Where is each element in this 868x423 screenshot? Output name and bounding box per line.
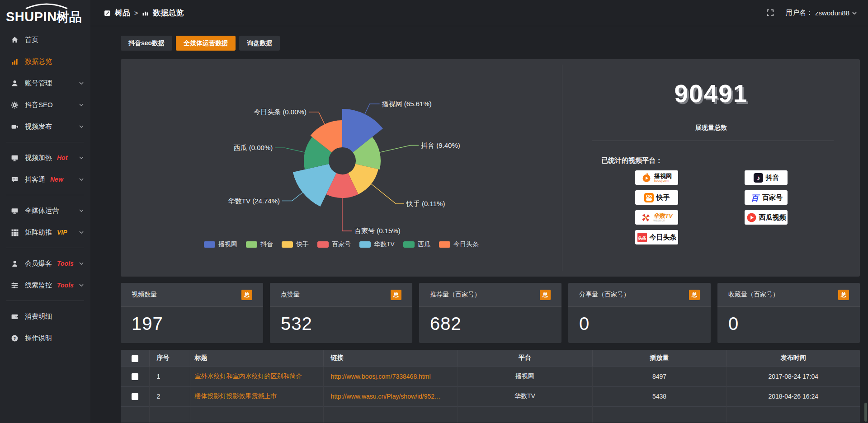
sidebar-item-douketong[interactable]: 抖客通New: [0, 169, 90, 190]
sidebar-item-omnimedia[interactable]: 全媒体运营: [0, 200, 90, 221]
legend-item-5[interactable]: 西瓜: [403, 240, 430, 249]
username-label: 用户名：: [786, 9, 813, 17]
platform-badge-name: 抖音: [766, 174, 779, 181]
cell-title-link[interactable]: 室外水纹灯和室内水纹灯的区别和简介: [195, 372, 302, 380]
legend-label: 西瓜: [418, 240, 430, 249]
stat-card-label: 推荐量（百家号）: [430, 291, 481, 299]
pie-label-0: 播视网 (65.61%): [382, 100, 432, 108]
sidebar-item-consume-detail[interactable]: 消费明细: [0, 306, 90, 327]
platform-badge-name: 西瓜视频: [759, 214, 786, 221]
logo-text-en: SHUPIN: [6, 9, 57, 24]
stat-card-label: 分享量（百家号）: [579, 291, 630, 299]
legend-item-6[interactable]: 今日头条: [439, 240, 479, 249]
sidebar-item-home[interactable]: 首页: [0, 29, 90, 51]
cell-url-link[interactable]: http://www.boosj.com/7338468.html: [331, 373, 431, 380]
sidebar-item-label: 矩阵助推: [25, 228, 52, 237]
sidebar-item-lead-monitor[interactable]: 线索监控Tools: [0, 274, 90, 296]
sidebar-item-matrix-boost[interactable]: 矩阵助推VIP: [0, 221, 90, 243]
table-row: 1室外水纹灯和室内水纹灯的区别和简介http://www.boosj.com/7…: [121, 367, 860, 386]
sidebar-divider: [6, 195, 84, 195]
row-checkbox[interactable]: [132, 373, 138, 380]
home-icon: [11, 36, 19, 44]
baijiahao-logo: 百: [750, 193, 760, 203]
total-badge[interactable]: 总: [689, 290, 700, 300]
col-header-platform: 平台: [458, 350, 592, 367]
legend-item-4[interactable]: 华数TV: [359, 240, 395, 249]
sidebar-item-video-publish[interactable]: 视频发布: [0, 116, 90, 137]
platform-badge-name: 快手: [656, 194, 670, 201]
chevron-down-icon: [79, 208, 84, 213]
pie-label-line-6: [309, 112, 325, 124]
bar-chart-icon: [11, 58, 19, 66]
chart-panel: 播视网 (65.61%)抖音 (9.40%)快手 (0.11%)百家号 (0.1…: [121, 59, 860, 277]
legend-item-0[interactable]: 播视网: [204, 240, 237, 249]
sidebar-item-member-baoke[interactable]: 会员爆客Tools: [0, 253, 90, 274]
tab-inquiry-data[interactable]: 询盘数据: [239, 36, 280, 51]
legend-label: 播视网: [218, 240, 237, 249]
platform-badge-xigua: 西瓜视频: [745, 210, 788, 225]
legend-label: 快手: [296, 240, 309, 249]
brand-logo[interactable]: SHUPIN 树品: [0, 0, 90, 28]
legend-item-2[interactable]: 快手: [282, 240, 309, 249]
legend-item-3[interactable]: 百家号: [317, 240, 351, 249]
total-badge[interactable]: 总: [241, 290, 252, 300]
legend-label: 百家号: [332, 240, 351, 249]
pie-label-line-0: [365, 104, 380, 114]
legend-swatch: [246, 241, 257, 248]
stat-card-like-count: 点赞量总532: [270, 283, 412, 343]
stat-card-share-count: 分享量（百家号）总0: [568, 283, 711, 343]
platform-badge-sub: boosj.com: [654, 179, 669, 182]
user-icon: [11, 80, 19, 87]
sidebar-item-douyin-seo[interactable]: 抖音SEO: [0, 94, 90, 116]
breadcrumb-root[interactable]: 树品: [115, 8, 130, 18]
sidebar-item-label: 首页: [25, 36, 38, 44]
logo-text-cn: 树品: [56, 10, 82, 24]
tab-omnimedia-data[interactable]: 全媒体运营数据: [176, 36, 236, 51]
sidebar-item-label: 视频发布: [25, 122, 52, 131]
sidebar-item-video-heat[interactable]: 视频加热Hot: [0, 147, 90, 169]
table-row: 2楼体投影灯投影效果震撼上市http://www.wasu.cn/Play/sh…: [121, 386, 860, 406]
xigua-logo: [746, 212, 757, 223]
platform-badge-boshiwang: 播视网boosj.com: [635, 170, 678, 185]
sidebar-item-data-overview[interactable]: 数据总览: [0, 51, 90, 72]
cell-time: 2017-08-24 17:04: [726, 367, 860, 386]
sidebar-item-help[interactable]: ?操作说明: [0, 327, 90, 349]
platform-badges-right: ♪♪♪抖音百百家号西瓜视频: [745, 170, 788, 225]
col-header-index: 序号: [149, 350, 190, 367]
total-badge[interactable]: 总: [838, 290, 849, 300]
sidebar-item-tag: Hot: [57, 154, 67, 161]
platform-badges-left: 播视网boosj.com快手华数TVwasu.cn头条今日头条: [635, 170, 678, 244]
platform-badge-baijiahao: 百百家号: [745, 190, 788, 205]
person-icon: [11, 260, 19, 268]
rose-chart: 播视网 (65.61%)抖音 (9.40%)快手 (0.11%)百家号 (0.1…: [121, 59, 562, 277]
scrollbar-thumb[interactable]: [864, 403, 867, 422]
sidebar-item-account-manage[interactable]: 账号管理: [0, 72, 90, 94]
total-impressions-label: 展现量总数: [562, 124, 860, 132]
legend-swatch: [403, 241, 415, 248]
total-badge[interactable]: 总: [391, 290, 401, 300]
cell-title-link[interactable]: 楼体投影灯投影效果震撼上市: [195, 392, 277, 400]
cell-url-link[interactable]: http://www.wasu.cn/Play/show/id/952…: [331, 393, 441, 400]
topbar: 树品 > 数据总览 用户名：zswodun88: [90, 0, 868, 26]
pie-slice-4[interactable]: [293, 164, 336, 207]
cell-index: 1: [149, 367, 190, 386]
platform-badge-name: 华数TV: [653, 213, 673, 219]
pie-label-line-2: [371, 184, 404, 204]
user-menu[interactable]: 用户名：zswodun88: [786, 9, 857, 17]
total-badge[interactable]: 总: [540, 290, 551, 300]
platform-badge-sub: wasu.cn: [653, 219, 665, 222]
select-all-checkbox[interactable]: [132, 355, 138, 362]
chat-icon: [11, 176, 19, 183]
tab-douyin-seo-data[interactable]: 抖音seo数据: [121, 36, 172, 51]
row-checkbox[interactable]: [132, 393, 138, 400]
stat-card-video-count: 视频数量总197: [121, 283, 263, 343]
col-header-link: 链接: [323, 350, 458, 367]
stat-card-recommend-count: 推荐量（百家号）总682: [419, 283, 561, 343]
fullscreen-icon[interactable]: [766, 9, 774, 17]
cell-plays: 8497: [592, 367, 726, 386]
legend-item-1[interactable]: 抖音: [246, 240, 273, 249]
pie-label-2: 快手 (0.11%): [406, 200, 445, 207]
stat-card-value: 0: [568, 307, 711, 334]
pie-label-line-5: [275, 148, 305, 152]
sidebar-item-tag: New: [50, 176, 63, 183]
